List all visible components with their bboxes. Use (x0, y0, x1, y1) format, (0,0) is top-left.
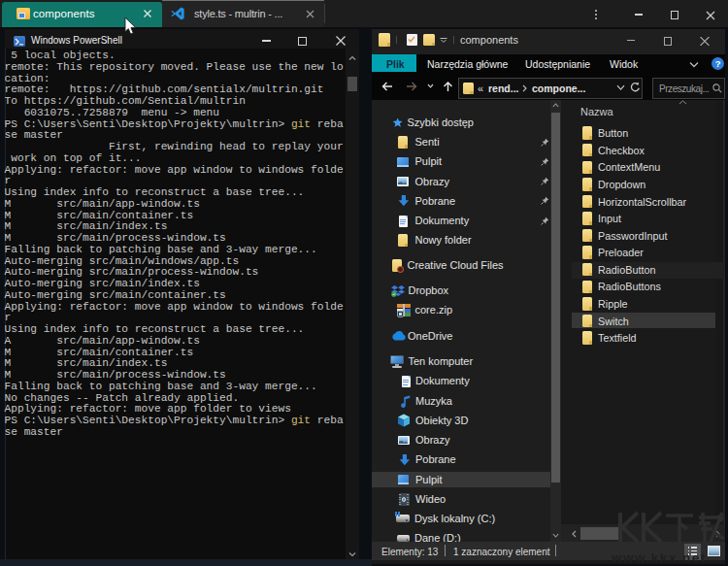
svg-text:www.kkx.net: www.kkx.net (612, 550, 707, 565)
